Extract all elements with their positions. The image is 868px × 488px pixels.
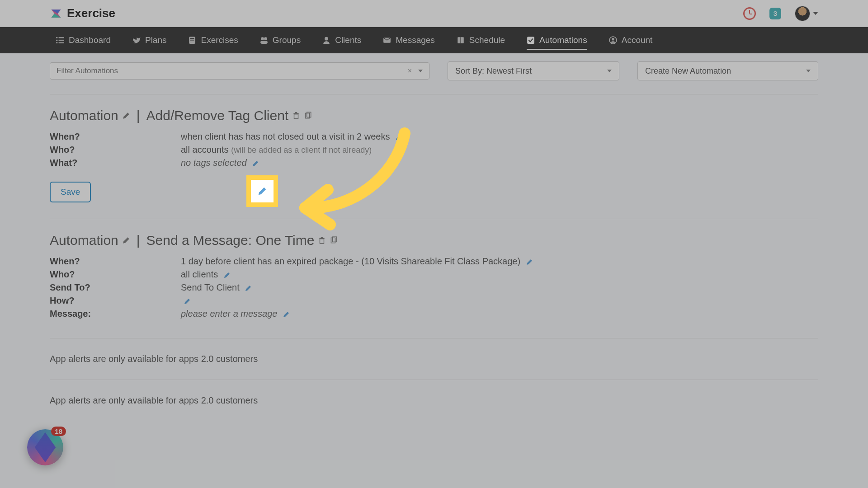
alert-note: App alerts are only available for apps 2… [50, 380, 818, 421]
copy-icon[interactable] [304, 112, 312, 120]
nav-clients[interactable]: Clients [311, 27, 372, 53]
title-prefix: Automation [50, 233, 118, 248]
clock-icon[interactable] [743, 7, 756, 20]
nav-plans[interactable]: Plans [122, 27, 178, 53]
sort-label: Sort By: Newest First [455, 66, 532, 76]
who-text: all clients [181, 269, 218, 279]
svg-rect-11 [260, 41, 268, 44]
when-value: when client has has not closed out a vis… [181, 131, 402, 142]
user-icon [322, 36, 330, 44]
message-label: Message: [50, 309, 181, 319]
chevron-down-icon[interactable] [418, 70, 423, 72]
pencil-icon[interactable] [283, 311, 290, 318]
nav-label: Account [622, 35, 653, 45]
pencil-icon[interactable] [223, 272, 231, 279]
envelope-icon [383, 36, 391, 44]
nav-label: Plans [145, 35, 167, 45]
main-nav: Dashboard Plans Exercises Groups Clients… [0, 27, 868, 53]
pencil-icon[interactable] [257, 186, 267, 196]
nav-groups[interactable]: Groups [249, 27, 311, 53]
nav-schedule[interactable]: Schedule [446, 27, 516, 53]
trash-icon[interactable] [318, 236, 326, 244]
what-label: What? [50, 158, 181, 168]
what-value: no tags selected [181, 158, 259, 168]
title-suffix: Add/Remove Tag Client [146, 108, 289, 123]
title-suffix: Send a Message: One Time [146, 233, 315, 248]
message-value: please enter a message [181, 309, 290, 319]
svg-rect-20 [294, 113, 299, 114]
brand-name: Exercise [67, 6, 115, 20]
sendto-text: Send To Client [181, 282, 240, 292]
pencil-icon[interactable] [395, 134, 402, 141]
check-square-icon [527, 36, 535, 44]
create-label: Create New Automation [645, 66, 731, 76]
account-menu[interactable] [795, 6, 818, 21]
how-value [181, 296, 191, 306]
nav-label: Schedule [469, 35, 505, 45]
nav-dashboard[interactable]: Dashboard [45, 27, 122, 53]
svg-rect-1 [59, 37, 64, 38]
list-icon [56, 36, 64, 44]
svg-rect-2 [56, 40, 57, 41]
save-button[interactable]: Save [50, 182, 91, 202]
nav-messages[interactable]: Messages [372, 27, 446, 53]
chevron-down-icon [607, 70, 612, 72]
title-separator: | [137, 108, 140, 123]
create-automation-select[interactable]: Create New Automation [637, 61, 818, 80]
nav-label: Exercises [201, 35, 238, 45]
sendto-value: Send To Client [181, 282, 252, 293]
topbar: Exercise 3 [0, 0, 868, 27]
who-value: all accounts (will be added as a client … [181, 145, 372, 155]
pencil-icon[interactable] [122, 236, 130, 244]
user-circle-icon [609, 36, 617, 44]
notification-badge[interactable]: 3 [769, 8, 781, 19]
book-icon [457, 36, 465, 44]
filter-placeholder: Filter Automations [57, 66, 118, 75]
bird-icon [132, 36, 141, 44]
who-value: all clients [181, 269, 231, 280]
svg-rect-8 [190, 40, 194, 41]
who-text: all accounts [181, 145, 229, 155]
automation-card-2: Automation | Send a Message: One Time Wh… [50, 219, 818, 338]
filter-input[interactable]: Filter Automations × [50, 62, 429, 80]
when-label: When? [50, 131, 181, 142]
pencil-icon[interactable] [252, 160, 259, 167]
sort-select[interactable]: Sort By: Newest First [448, 61, 619, 80]
chevron-down-icon [806, 70, 811, 72]
svg-rect-21 [295, 112, 297, 113]
svg-point-18 [612, 38, 614, 41]
note-icon [188, 36, 196, 44]
title-separator: | [137, 233, 140, 248]
brand-logo-icon [50, 7, 62, 20]
topbar-right: 3 [743, 6, 818, 21]
title-prefix: Automation [50, 108, 118, 123]
automation-card-1: Automation | Add/Remove Tag Client When?… [50, 94, 818, 219]
clear-icon[interactable]: × [408, 67, 412, 75]
app-logo-icon [35, 432, 56, 463]
svg-rect-24 [320, 239, 324, 244]
app-launcher-bubble[interactable]: 18 [27, 429, 63, 465]
svg-rect-5 [59, 42, 64, 43]
nav-automations[interactable]: Automations [516, 27, 598, 53]
brand[interactable]: Exercise [50, 6, 115, 20]
svg-point-9 [261, 37, 264, 40]
svg-point-10 [264, 37, 267, 40]
nav-account[interactable]: Account [598, 27, 664, 53]
alert-note: App alerts are only available for apps 2… [50, 338, 818, 380]
content: Filter Automations × Sort By: Newest Fir… [0, 53, 868, 421]
pencil-icon[interactable] [122, 112, 130, 120]
nav-label: Groups [273, 35, 301, 45]
automation-title: Automation | Send a Message: One Time [50, 233, 818, 248]
filter-row: Filter Automations × Sort By: Newest Fir… [50, 61, 818, 80]
trash-icon[interactable] [292, 112, 300, 120]
pencil-icon[interactable] [245, 285, 252, 292]
pencil-icon[interactable] [184, 298, 191, 305]
who-label: Who? [50, 145, 181, 155]
copy-icon[interactable] [330, 236, 338, 244]
who-label: Who? [50, 269, 181, 280]
nav-exercises[interactable]: Exercises [177, 27, 249, 53]
nav-label: Automations [539, 35, 587, 45]
when-text: when client has has not closed out a vis… [181, 131, 390, 141]
pencil-icon[interactable] [526, 258, 533, 266]
nav-label: Messages [396, 35, 435, 45]
